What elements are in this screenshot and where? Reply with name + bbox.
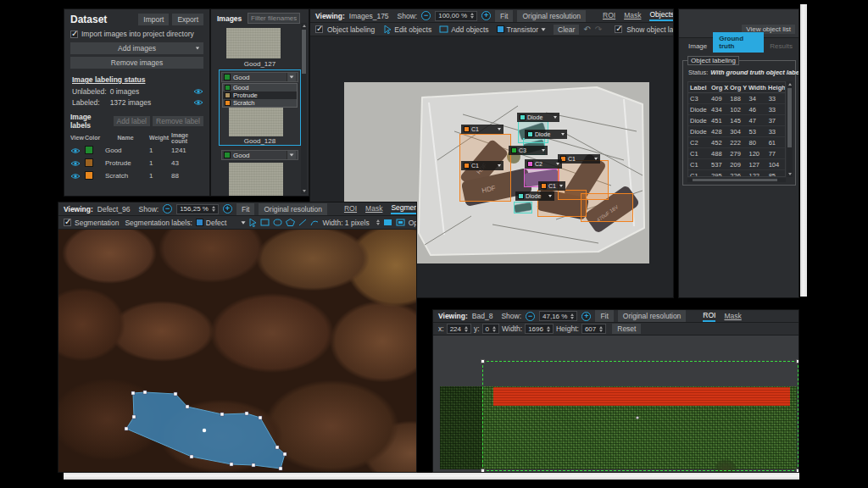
object-label-chip[interactable]: C1 xyxy=(461,125,504,134)
roi-center-point[interactable] xyxy=(636,416,639,419)
object-label-chip[interactable]: C2 xyxy=(525,159,562,169)
image-thumbnail-good-128[interactable] xyxy=(229,108,283,136)
polygon-vertex-handle[interactable] xyxy=(259,416,262,419)
polygon-vertex-handle[interactable] xyxy=(245,412,248,415)
polygon-vertex-handle[interactable] xyxy=(186,405,189,408)
roi-handle-top-left[interactable] xyxy=(481,359,485,363)
polygon-vertex-handle[interactable] xyxy=(143,391,147,394)
dropdown-arrow-icon[interactable] xyxy=(594,158,598,160)
label-dropdown-option[interactable]: Protrude xyxy=(223,92,297,99)
segmentation-polygon-overlay[interactable] xyxy=(58,202,417,473)
label-color-swatch[interactable] xyxy=(85,158,93,167)
add-images-dropdown-icon[interactable] xyxy=(196,47,199,50)
image-thumbnail-good-127[interactable] xyxy=(226,28,281,58)
filter-filenames-input[interactable] xyxy=(248,13,300,24)
dropdown-button[interactable] xyxy=(287,73,296,81)
original-resolution-button[interactable]: Original resolution xyxy=(618,310,687,322)
tab-objects[interactable]: Objects xyxy=(649,10,674,21)
dropdown-arrow-icon[interactable] xyxy=(498,128,501,130)
image-label-dropdown-good-128[interactable]: Good xyxy=(221,72,298,82)
roi-image-area[interactable] xyxy=(433,336,798,472)
tab-mask[interactable]: Mask xyxy=(624,11,641,20)
label-color-swatch[interactable] xyxy=(85,171,93,180)
polygon-center-point[interactable] xyxy=(203,429,206,432)
object-label-chip[interactable]: Diode xyxy=(517,113,559,122)
original-resolution-button[interactable]: Original resolution xyxy=(517,10,586,22)
fit-button[interactable]: Fit xyxy=(495,10,513,22)
tab-roi[interactable]: ROI xyxy=(703,311,715,322)
object-label-chip[interactable]: Diode xyxy=(525,130,567,139)
show-object-labels-checkbox[interactable] xyxy=(615,25,622,33)
dropdown-arrow-icon[interactable] xyxy=(556,163,559,165)
polygon-vertex-handle[interactable] xyxy=(283,452,287,456)
dropdown-arrow-icon[interactable] xyxy=(561,133,565,136)
window-edge-scrollbar[interactable] xyxy=(800,4,807,297)
zoom-out-icon[interactable]: − xyxy=(526,312,535,321)
roi-handle-top-right[interactable] xyxy=(796,359,799,363)
visibility-eye-icon[interactable] xyxy=(70,147,85,154)
polygon-vertex-handle[interactable] xyxy=(275,446,279,449)
object-table-row[interactable]: Diode4283045333 xyxy=(688,126,785,137)
object-label-chip[interactable]: C1 xyxy=(461,161,504,170)
labeled-eye-icon[interactable] xyxy=(193,99,203,106)
polygon-vertex-handle[interactable] xyxy=(174,392,177,396)
polygon-vertex-handle[interactable] xyxy=(125,427,128,430)
image-thumbnail-next[interactable] xyxy=(229,163,283,197)
add-label-button[interactable]: Add label xyxy=(114,116,150,126)
dropdown-arrow-icon[interactable] xyxy=(548,195,552,197)
roi-height-spinner[interactable]: 607 xyxy=(581,324,606,334)
export-button[interactable]: Export xyxy=(172,14,203,25)
zoom-level-spinner[interactable]: 100,00 % xyxy=(435,11,477,21)
roi-width-spinner[interactable]: 1696 xyxy=(525,324,554,334)
object-label-chip[interactable]: C3 xyxy=(509,146,548,155)
polygon-vertex-handle[interactable] xyxy=(132,415,136,419)
dropdown-arrow-icon[interactable] xyxy=(542,149,545,152)
object-table-hscrollbar[interactable] xyxy=(687,178,786,182)
fit-button[interactable]: Fit xyxy=(595,310,613,322)
tab-image[interactable]: Image xyxy=(682,40,713,53)
object-label-chip[interactable]: C1 xyxy=(538,181,565,191)
object-bounding-box[interactable] xyxy=(581,193,633,222)
object-table-row[interactable]: Diode4341024633 xyxy=(688,104,785,115)
object-table-row[interactable]: Diode4511454737 xyxy=(688,115,785,126)
remove-images-button[interactable]: Remove images xyxy=(70,57,203,69)
object-class-selector[interactable]: Transistor xyxy=(497,25,546,34)
object-label-chip[interactable]: Diode xyxy=(515,191,554,201)
dropdown-arrow-icon[interactable] xyxy=(559,185,563,187)
zoom-in-icon[interactable]: + xyxy=(481,11,491,20)
polygon-vertex-handle[interactable] xyxy=(279,467,282,470)
tab-results[interactable]: Results xyxy=(764,40,798,53)
add-objects-button[interactable]: Add objects xyxy=(439,25,488,34)
tab-mask[interactable]: Mask xyxy=(724,312,741,321)
unlabeled-eye-icon[interactable] xyxy=(193,88,203,95)
window-bottom-scrollbar[interactable] xyxy=(64,473,799,480)
object-labeling-checkbox[interactable] xyxy=(315,25,323,33)
dropdown-arrow-icon[interactable] xyxy=(498,164,501,167)
dropdown-button[interactable] xyxy=(287,151,296,159)
object-table[interactable]: LabelOrg XOrg YWidthHeightC34091883433Di… xyxy=(687,81,786,177)
remove-label-button[interactable]: Remove label xyxy=(153,116,203,126)
visibility-eye-icon[interactable] xyxy=(70,160,85,167)
redo-icon[interactable] xyxy=(595,25,602,34)
images-scrollbar[interactable] xyxy=(301,23,307,194)
add-images-button[interactable]: Add images xyxy=(70,42,203,54)
image-label-dropdown-next[interactable]: Good xyxy=(221,150,298,160)
reset-roi-button[interactable]: Reset xyxy=(612,324,641,334)
dropdown-arrow-icon[interactable] xyxy=(554,116,557,119)
roi-x-spinner[interactable]: 224 xyxy=(447,324,471,334)
undo-icon[interactable] xyxy=(583,25,590,34)
object-table-row[interactable]: C1537209127104 xyxy=(688,159,785,170)
object-table-vscrollbar[interactable] xyxy=(787,81,793,177)
roi-rectangle[interactable] xyxy=(482,361,798,471)
object-label-chip[interactable]: C1 xyxy=(558,154,600,164)
tab-roi[interactable]: ROI xyxy=(603,11,615,20)
tab-ground-truth[interactable]: Ground truth xyxy=(713,32,764,53)
polygon-vertex-handle[interactable] xyxy=(230,463,233,466)
object-table-row[interactable]: C129522612285 xyxy=(688,170,785,177)
polygon-vertex-handle[interactable] xyxy=(220,413,224,416)
zoom-out-icon[interactable]: − xyxy=(421,11,431,20)
visibility-eye-icon[interactable] xyxy=(70,173,85,180)
object-bounding-box[interactable] xyxy=(514,202,532,214)
object-table-row[interactable]: C34091883433 xyxy=(688,93,785,104)
polygon-vertex-handle[interactable] xyxy=(252,463,255,467)
